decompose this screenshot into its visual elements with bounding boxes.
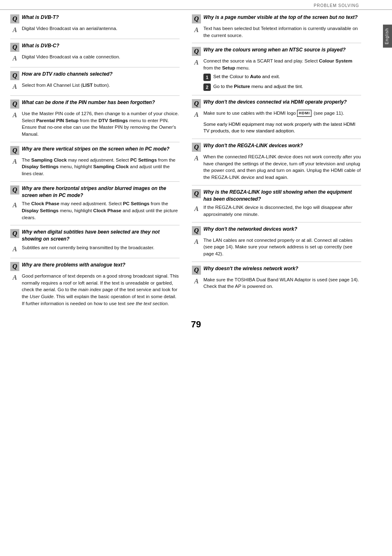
question-row: Q Why are there problems with analogue t… [10, 262, 180, 271]
qa-regza-logo: Q Why is the REGZA-LINK logo still showi… [192, 189, 361, 218]
q-icon: Q [10, 229, 19, 238]
question-row: Q What is DVB-C? [10, 42, 180, 52]
question-text: Why don't the devices connected via HDMI… [203, 99, 347, 106]
answer-row: A Make sure the TOSHIBA Dual Band WLAN A… [192, 276, 361, 290]
page-number: 79 [191, 319, 201, 329]
answer-row: A When the connected REGZA-LINK device d… [192, 153, 361, 181]
a-icon: A [192, 277, 201, 286]
qa-ntsc-colours: Q Why are the colours wrong when an NTSC… [192, 46, 361, 90]
a-icon: A [10, 82, 19, 91]
question-text: Why are there problems with analogue tex… [22, 262, 125, 269]
numbered-item-1: 1 Set the Colour to Auto and exit. [192, 73, 361, 81]
question-row: Q Why are there vertical stripes on the … [10, 146, 180, 155]
sub-answer-hdmi: Some early HDMI equipment may not work p… [192, 121, 361, 134]
qa-vertical-stripes: Q Why are there vertical stripes on the … [10, 146, 180, 177]
a-icon: A [10, 273, 19, 282]
question-row: Q Why don't the devices connected via HD… [192, 99, 361, 108]
num-text-1: Set the Colour to Auto and exit. [213, 73, 280, 80]
divider [10, 67, 180, 67]
answer-text: If the REGZA-LINK device is disconnected… [203, 204, 361, 218]
divider [10, 142, 180, 142]
right-column: Q Why is a page number visible at the to… [186, 14, 363, 311]
answer-text: Subtitles are not currently being transm… [22, 244, 154, 251]
question-text: Why are the colours wrong when an NTSC s… [203, 46, 346, 53]
answer-text: Select from All Channel List (LIST butto… [22, 82, 110, 89]
qa-hdmi: Q Why don't the devices connected via HD… [192, 99, 361, 134]
question-row: Q What can be done if the PIN number has… [10, 99, 180, 109]
question-row: Q Why when digital subtitles have been s… [10, 229, 180, 243]
question-row: Q Why are there horizontal stripes and/o… [10, 185, 180, 199]
answer-text: Digital Video Broadcast via an aerial/an… [22, 25, 118, 32]
question-text: What is DVB-C? [22, 42, 59, 49]
q-icon: Q [192, 266, 201, 275]
question-text: How are DTV radio channels selected? [22, 71, 113, 78]
answer-row: A The Clock Phase may need adjustment. S… [10, 200, 180, 221]
qa-wireless: Q Why doesn't the wireless network work?… [192, 265, 361, 290]
question-text: Why are there vertical stripes on the sc… [22, 146, 169, 153]
answer-row: A Subtitles are not currently being tran… [10, 244, 180, 254]
answer-row: A Make sure to use cables with the HDMI … [192, 110, 361, 119]
q-icon: Q [10, 185, 19, 195]
answer-row: A Select from All Channel List (LIST but… [10, 82, 180, 91]
qa-dvbc: Q What is DVB-C? A Digital Video Broadca… [10, 42, 180, 63]
a-icon: A [192, 237, 201, 246]
q-icon: Q [192, 47, 201, 56]
header-label: PROBLEM SOLVING [314, 3, 359, 8]
main-content: Q What is DVB-T? A Digital Video Broadca… [0, 14, 392, 311]
a-icon: A [192, 58, 201, 67]
numbered-item-2: 2 Go to the Picture menu and adjust the … [192, 83, 361, 91]
answer-text: Use the Master PIN code of 1276, then ch… [22, 110, 180, 138]
answer-row: A If the REGZA-LINK device is disconnect… [192, 204, 361, 218]
answer-text: When the connected REGZA-LINK device doe… [203, 153, 361, 181]
q-icon: Q [192, 14, 201, 23]
answer-row: A The Sampling Clock may need adjustment… [10, 157, 180, 177]
q-icon: Q [10, 262, 19, 271]
answer-text: Connect the source via a SCART lead and … [203, 58, 361, 71]
question-row: Q What is DVB-T? [10, 14, 180, 23]
page-footer: 79 [0, 319, 392, 338]
answer-row: A Connect the source via a SCART lead an… [192, 58, 361, 71]
question-row: Q Why are the colours wrong when an NTSC… [192, 46, 361, 56]
qa-analogue-text: Q Why are there problems with analogue t… [10, 262, 180, 307]
answer-text: Make sure to use cables with the HDMI lo… [203, 110, 344, 117]
question-row: Q Why doesn't the wireless network work? [192, 265, 361, 275]
question-row: Q Why don't the REGZA-LINK devices work? [192, 142, 361, 152]
divider [10, 39, 180, 39]
answer-text: The Sampling Clock may need adjustment. … [22, 157, 180, 177]
a-icon: A [10, 111, 19, 120]
side-tab: English [383, 25, 392, 48]
divider [10, 181, 180, 182]
answer-row: A Good performance of text depends on a … [10, 273, 180, 307]
qa-regza-link: Q Why don't the REGZA-LINK devices work?… [192, 142, 361, 181]
a-icon: A [192, 204, 201, 213]
num-circle-2: 2 [203, 83, 211, 91]
page-header: PROBLEM SOLVING [0, 0, 392, 10]
qa-dtv-radio: Q How are DTV radio channels selected? A… [10, 71, 180, 91]
qa-subtitles: Q Why when digital subtitles have been s… [10, 229, 180, 254]
left-column: Q What is DVB-T? A Digital Video Broadca… [8, 14, 186, 311]
num-circle-1: 1 [203, 74, 211, 81]
qa-pin: Q What can be done if the PIN number has… [10, 99, 180, 138]
divider [10, 225, 180, 225]
question-text: Why are there horizontal stripes and/or … [22, 185, 180, 199]
divider [192, 139, 361, 139]
a-icon: A [10, 157, 19, 166]
q-icon: Q [192, 226, 201, 235]
divider [10, 95, 180, 96]
question-text: Why don't the networked devices work? [203, 226, 297, 233]
question-text: What is DVB-T? [22, 14, 59, 21]
q-icon: Q [10, 43, 19, 52]
qa-page-number: Q Why is a page number visible at the to… [192, 14, 361, 39]
question-row: Q Why is a page number visible at the to… [192, 14, 361, 23]
q-icon: Q [10, 14, 19, 23]
a-icon: A [192, 154, 201, 163]
answer-text: The Clock Phase may need adjustment. Sel… [22, 200, 180, 221]
divider [10, 258, 180, 258]
question-row: Q Why don't the networked devices work? [192, 226, 361, 235]
answer-row: A Digital Video Broadcast via an aerial/… [10, 25, 180, 35]
divider [192, 43, 361, 43]
a-icon: A [10, 201, 19, 210]
divider [192, 262, 361, 262]
divider [192, 185, 361, 185]
q-icon: Q [10, 71, 19, 80]
